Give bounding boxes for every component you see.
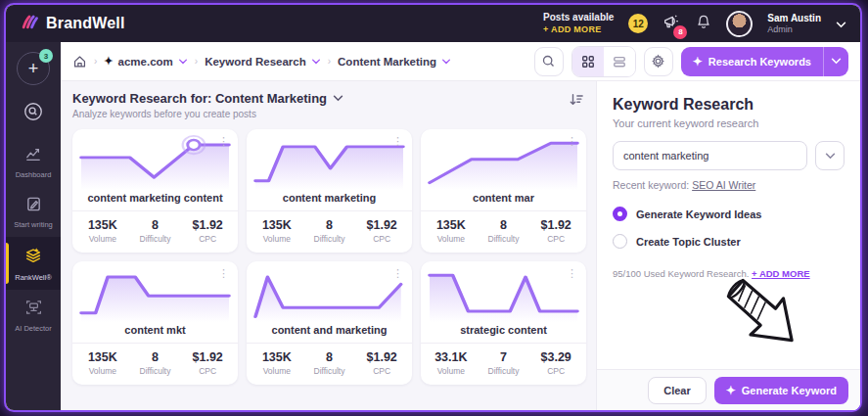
brand-name: BrandWell: [46, 15, 125, 32]
research-mode-options: Generate Keyword Ideas Create Topic Clus…: [613, 207, 845, 249]
option-create-topic-cluster[interactable]: Create Topic Cluster: [613, 234, 845, 249]
research-keywords-dropdown[interactable]: [823, 47, 848, 76]
cpc-label: CPC: [355, 234, 408, 244]
sidebar-item-start-writing[interactable]: Start writing: [6, 187, 61, 237]
recent-keyword-link[interactable]: SEO AI Writer: [692, 179, 755, 191]
sidebar-item-ai-detector[interactable]: AI Detector: [6, 290, 61, 341]
user-menu-chevron-icon[interactable]: [836, 15, 846, 32]
difficulty-label: Difficulty: [303, 234, 356, 244]
keyword-name: content mkt: [78, 324, 232, 336]
app-window: BrandWell Posts available + ADD MORE 12 …: [4, 3, 862, 412]
card-menu-icon[interactable]: ⋮: [216, 266, 231, 281]
radio-unselected-icon[interactable]: [613, 234, 627, 249]
keyword-input[interactable]: [613, 141, 807, 170]
cpc-value: $1.92: [529, 218, 582, 232]
difficulty-value: 8: [303, 218, 356, 232]
posts-available-block: Posts available + ADD MORE: [543, 12, 614, 35]
difficulty-label: Difficulty: [129, 234, 182, 244]
write-document-icon: [25, 196, 42, 216]
cpc-value: $1.92: [355, 218, 408, 232]
volume-label: Volume: [251, 366, 303, 376]
card-menu-icon[interactable]: ⋮: [390, 266, 405, 281]
grid-view-button[interactable]: [572, 47, 604, 76]
keyword-name: content marketing content: [78, 192, 232, 204]
sidebar-search-button[interactable]: [23, 101, 44, 126]
difficulty-value: 7: [478, 350, 530, 364]
ai-detector-icon: [24, 299, 43, 320]
option-label: Generate Keyword Ideas: [636, 208, 761, 220]
cpc-value: $3.29: [529, 350, 582, 364]
keyword-stats: 135KVolume 8Difficulty $1.92CPC: [421, 210, 586, 253]
recent-keyword-label: Recent keyword:: [613, 179, 689, 191]
chart-point-marker: [188, 140, 200, 150]
usage-row: 95/100 Used Keyword Research. + ADD MORE: [613, 268, 845, 279]
recent-keyword-row: Recent keyword: SEO AI Writer: [613, 179, 845, 191]
keyword-sparkline-chart: [72, 134, 238, 190]
sidebar-item-rankwell[interactable]: RankWell®: [6, 237, 61, 290]
results-subtitle: Analyze keywords before you create posts: [72, 109, 343, 119]
keyword-stats: 33.1KVolume 7Difficulty $3.29CPC: [421, 343, 586, 385]
option-generate-keyword-ideas[interactable]: Generate Keyword Ideas: [613, 207, 845, 221]
keyword-sparkline-chart: [72, 266, 238, 322]
breadcrumb-home[interactable]: [72, 55, 87, 69]
volume-label: Volume: [251, 234, 303, 244]
keyword-name: content mar: [427, 192, 580, 204]
breadcrumb-page[interactable]: Content Marketing: [338, 56, 451, 68]
card-menu-icon[interactable]: ⋮: [390, 134, 405, 149]
breadcrumb-section[interactable]: Keyword Research: [205, 56, 321, 68]
sidebar: + 3 Dashboard: [6, 42, 61, 410]
usage-add-more-link[interactable]: + ADD MORE: [752, 268, 810, 279]
keyword-stats: 135KVolume 8Difficulty $1.92CPC: [247, 210, 412, 253]
posts-available-label: Posts available: [543, 12, 614, 24]
sparkle-icon: ✦: [693, 56, 703, 68]
breadcrumb-site[interactable]: ✦ acme.com: [104, 55, 187, 68]
volume-label: Volume: [425, 366, 478, 376]
card-menu-icon[interactable]: ⋮: [565, 134, 579, 149]
keyword-card[interactable]: ⋮ strategic content 33.1KVolume 7Difficu…: [421, 261, 586, 385]
keyword-card[interactable]: ⋮ content mkt 135KVolume 8Difficulty $1.…: [72, 261, 238, 385]
create-new-button[interactable]: + 3: [17, 52, 50, 85]
breadcrumb: › ✦ acme.com › Keyword Research › Conten…: [72, 55, 451, 69]
card-menu-icon[interactable]: ⋮: [565, 266, 579, 281]
keyword-dropdown-button[interactable]: [815, 141, 845, 170]
research-keywords-button[interactable]: ✦ Research Keywords: [681, 47, 848, 76]
sidebar-item-dashboard[interactable]: Dashboard: [6, 138, 61, 187]
keyword-stats: 135KVolume 8Difficulty $1.92CPC: [72, 343, 238, 385]
sparkle-icon: ✦: [726, 385, 736, 396]
card-menu-icon[interactable]: ⋮: [216, 134, 231, 149]
rankwell-layers-icon: [23, 246, 43, 269]
screenshot-stage: BrandWell Posts available + ADD MORE 12 …: [0, 0, 868, 416]
bell-icon: [696, 14, 711, 34]
keyword-sparkline-chart: [421, 134, 586, 190]
keyword-sparkline-chart: [247, 134, 412, 190]
dashboard-chart-icon: [24, 147, 42, 166]
toolbar-search-button[interactable]: [534, 47, 564, 76]
keyword-stats: 135KVolume 8Difficulty $1.92CPC: [247, 343, 412, 385]
view-toggle: [571, 46, 636, 77]
results-title-row[interactable]: Keyword Research for: Content Marketing: [72, 91, 343, 106]
sidebar-item-label: AI Detector: [15, 324, 52, 333]
sort-button[interactable]: [567, 91, 586, 113]
list-view-button[interactable]: [604, 47, 635, 76]
add-more-link[interactable]: + ADD MORE: [543, 24, 614, 35]
user-avatar[interactable]: [726, 11, 753, 37]
clear-button[interactable]: Clear: [648, 377, 707, 404]
keyword-card[interactable]: ⋮ content marketing 135KVolume 8Difficul…: [247, 129, 412, 253]
breadcrumb-site-label: acme.com: [118, 56, 173, 68]
sidebar-item-label: RankWell®: [15, 273, 51, 282]
settings-button[interactable]: [644, 47, 673, 76]
announcements-button[interactable]: 8: [662, 14, 681, 34]
volume-value: 135K: [425, 218, 478, 232]
keyword-card[interactable]: ⋮ content mar 135KVolume 8Difficulty $1.…: [421, 129, 586, 253]
difficulty-value: 8: [129, 350, 182, 364]
panel-footer: Clear ✦ Generate Keyword: [597, 369, 860, 410]
keyword-card[interactable]: ⋮ content and marketing 135KVolume 8Diff…: [247, 261, 412, 385]
radio-selected-icon[interactable]: [613, 207, 627, 221]
brand-logo[interactable]: BrandWell: [20, 12, 125, 35]
top-bar: BrandWell Posts available + ADD MORE 12 …: [6, 5, 860, 42]
generate-keyword-button[interactable]: ✦ Generate Keyword: [714, 377, 848, 404]
keyword-sparkline-chart: [247, 266, 412, 322]
difficulty-label: Difficulty: [478, 234, 530, 244]
keyword-card[interactable]: ⋮ content marketing content 135KVolume 8…: [72, 129, 238, 253]
notifications-button[interactable]: [696, 14, 711, 34]
